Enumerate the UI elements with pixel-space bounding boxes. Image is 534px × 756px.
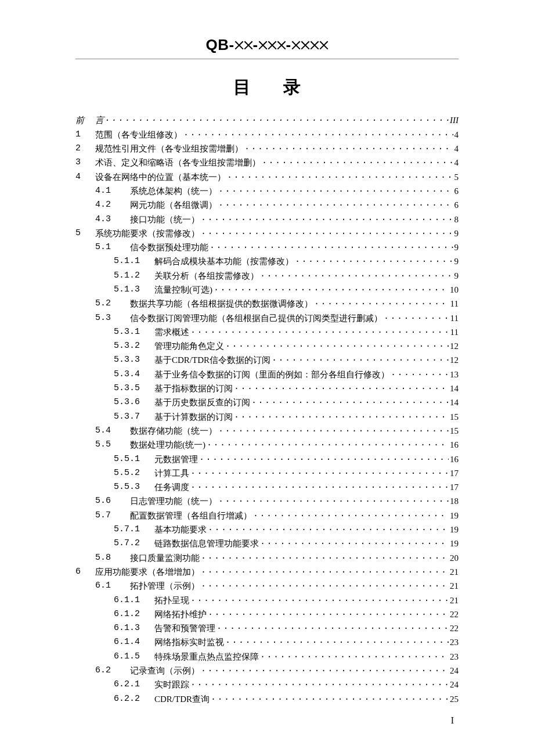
toc-number: 5.5.2 <box>114 466 154 480</box>
toc-entry[interactable]: 5系统功能要求（按需修改）9 <box>75 226 459 240</box>
toc-leader <box>225 339 449 353</box>
toc-entry[interactable]: 前言III <box>75 113 459 127</box>
toc-leader <box>260 269 453 283</box>
toc-page: 24 <box>450 678 459 692</box>
toc-entry[interactable]: 5.5.1元数据管理16 <box>75 452 459 466</box>
toc-entry[interactable]: 5.1.1解码合成模块基本功能（按需修改）9 <box>75 254 459 268</box>
toc-page: 4 <box>454 142 459 156</box>
x-icon <box>243 40 254 51</box>
title-part-b: 录 <box>283 77 301 96</box>
toc-leader <box>260 650 449 664</box>
toc-text: 链路数据信息管理功能要求 <box>154 537 259 550</box>
toc-number: 5.3.6 <box>114 395 154 409</box>
toc-text: 任务调度 <box>154 480 189 494</box>
toc-number: 5.1 <box>95 240 130 254</box>
toc-entry[interactable]: 5.3信令数据订阅管理功能（各组根据自己提供的订阅类型进行删减）11 <box>75 311 459 325</box>
toc-entry[interactable]: 5.1.2关联分析（各组按需修改）9 <box>75 269 459 283</box>
toc-entry[interactable]: 5.8接口质量监测功能20 <box>75 551 459 565</box>
toc-entry[interactable]: 6.1.2网络拓扑维护22 <box>75 607 459 621</box>
toc-text: 规范性引用文件（各专业组按需增删） <box>95 142 243 156</box>
toc-page: 23 <box>450 635 459 649</box>
toc-entry[interactable]: 1范围（各专业组修改）4 <box>75 128 459 142</box>
toc-number: 5.3.2 <box>114 339 154 353</box>
toc-entry[interactable]: 5.7配置数据管理（各组自行增减）19 <box>75 509 459 523</box>
toc-page: 17 <box>450 480 459 494</box>
toc-leader <box>391 368 449 381</box>
toc-number: 2 <box>75 142 95 156</box>
toc-entry[interactable]: 5.6日志管理功能（统一）18 <box>75 494 459 508</box>
toc-entry[interactable]: 5.1信令数据预处理功能9 <box>75 240 459 254</box>
toc-entry[interactable]: 5.2数据共享功能（各组根据提供的数据微调修改）11 <box>75 297 459 311</box>
toc-number: 5.1.3 <box>114 283 154 297</box>
toc-entry[interactable]: 5.7.1基本功能要求19 <box>75 523 459 537</box>
toc-entry[interactable]: 5.3.5基于指标数据的订阅14 <box>75 381 459 395</box>
toc-text: 基于业务信令数据的订阅（里面的例如：部分各组自行修改） <box>154 368 389 381</box>
toc-leader <box>214 283 449 297</box>
toc-number: 5.3.5 <box>114 381 154 395</box>
toc-number: 6.1.3 <box>114 621 154 635</box>
toc-page: III <box>450 113 459 127</box>
toc-leader <box>201 551 449 565</box>
toc-entry[interactable]: 6.1.5特殊场景重点热点监控保障23 <box>75 650 459 664</box>
doc-header: QB--- <box>75 35 459 59</box>
toc-leader <box>201 213 453 226</box>
toc-text: 实时跟踪 <box>154 678 189 692</box>
toc-leader <box>218 184 453 198</box>
toc-number: 5.3.7 <box>114 410 154 424</box>
toc-entry[interactable]: 5.5.3任务调度17 <box>75 480 459 494</box>
toc-entry[interactable]: 5.3.1需求概述11 <box>75 325 459 339</box>
toc-page: 4 <box>454 156 459 170</box>
toc-text: 数据共享功能（各组根据提供的数据微调修改） <box>130 297 313 311</box>
toc-entry[interactable]: 5.7.2链路数据信息管理功能要求19 <box>75 537 459 550</box>
toc-entry[interactable]: 6.1.4网络指标实时监视23 <box>75 635 459 649</box>
toc-page: 9 <box>454 240 459 254</box>
toc-entry[interactable]: 5.1.3流量控制(可选)10 <box>75 283 459 297</box>
toc-page: 18 <box>450 494 459 508</box>
toc-page: 12 <box>450 339 459 353</box>
toc-number: 5.7.1 <box>114 523 154 537</box>
toc-entry[interactable]: 5.3.6基于历史数据反查的订阅14 <box>75 395 459 409</box>
toc-entry[interactable]: 5.3.7基于计算数据的订阅15 <box>75 410 459 424</box>
toc-entry[interactable]: 6.2.2CDR/TDR查询25 <box>75 692 459 706</box>
toc-entry[interactable]: 6应用功能要求（各增增加）21 <box>75 565 459 579</box>
toc-leader <box>218 494 449 508</box>
toc-entry[interactable]: 2规范性引用文件（各专业组按需增删）4 <box>75 142 459 156</box>
header-prefix: QB- <box>205 36 234 53</box>
toc-entry[interactable]: 5.5数据处理功能(统一)16 <box>75 438 459 452</box>
toc-entry[interactable]: 6.2.1实时跟踪24 <box>75 678 459 692</box>
toc-leader <box>227 170 453 184</box>
toc-entry[interactable]: 5.3.2管理功能角色定义12 <box>75 339 459 353</box>
toc-number: 4.3 <box>95 213 130 226</box>
toc-entry[interactable]: 5.3.4基于业务信令数据的订阅（里面的例如：部分各组自行修改）13 <box>75 368 459 381</box>
toc-entry[interactable]: 6.1拓扑管理（示例）21 <box>75 579 459 593</box>
toc-entry[interactable]: 4.2网元功能（各组微调）6 <box>75 198 459 212</box>
toc-entry[interactable]: 6.1.3告警和预警管理22 <box>75 621 459 635</box>
toc-page: 19 <box>450 537 459 550</box>
toc-page: 12 <box>450 353 459 367</box>
toc-entry[interactable]: 5.3.3基于CDR/TDR信令数据的订阅12 <box>75 353 459 367</box>
toc-text: 告警和预警管理 <box>154 621 215 635</box>
toc-text: 数据存储功能（统一） <box>130 424 217 438</box>
toc-entry[interactable]: 4.3接口功能（统一）8 <box>75 213 459 226</box>
toc-text: 网络指标实时监视 <box>154 635 224 649</box>
toc-leader <box>253 509 449 523</box>
toc-entry[interactable]: 4设备在网络中的位置（基本统一）5 <box>75 170 459 184</box>
toc-entry[interactable]: 6.1.1拓扑呈现21 <box>75 593 459 607</box>
toc-page: 16 <box>450 452 459 466</box>
toc-page: 8 <box>454 213 459 226</box>
toc-page: 11 <box>450 325 459 339</box>
toc-text: 网络拓扑维护 <box>154 607 207 621</box>
toc-leader <box>208 523 449 537</box>
toc-text: 应用功能要求（各增增加） <box>95 565 200 579</box>
toc-text: 接口质量监测功能 <box>130 551 200 565</box>
toc-page: 4 <box>454 128 459 142</box>
toc-entry[interactable]: 6.2记录查询（示例）24 <box>75 664 459 678</box>
toc-leader <box>190 466 449 480</box>
table-of-contents: 前言III1范围（各专业组修改）42规范性引用文件（各专业组按需增删）43术语、… <box>75 113 459 705</box>
toc-entry[interactable]: 3术语、定义和缩略语（各专业组按需增删）4 <box>75 156 459 170</box>
toc-entry[interactable]: 4.1系统总体架构（统一）6 <box>75 184 459 198</box>
toc-leader <box>262 156 453 170</box>
toc-entry[interactable]: 5.5.2计算工具17 <box>75 466 459 480</box>
toc-text: 流量控制(可选) <box>154 283 212 297</box>
toc-entry[interactable]: 5.4数据存储功能（统一）15 <box>75 424 459 438</box>
